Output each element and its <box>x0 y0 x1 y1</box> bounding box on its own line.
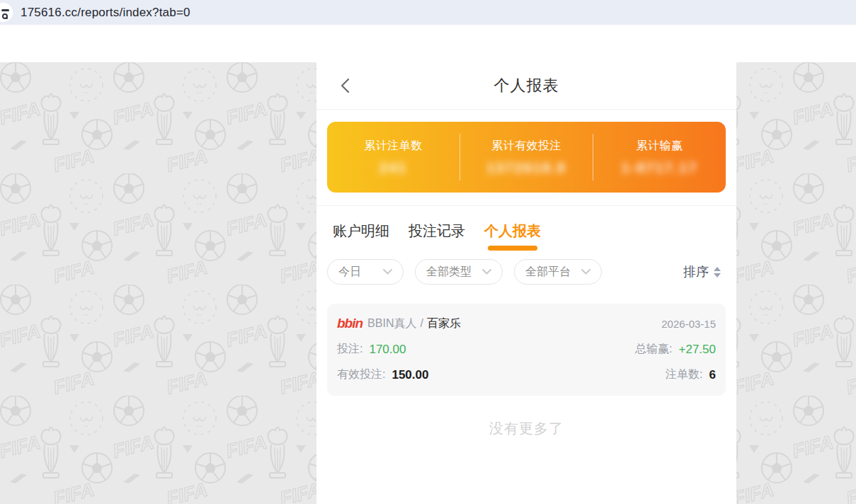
stat-win-loss: 累计输赢 1-8717.17 <box>593 122 726 193</box>
chevron-down-icon <box>383 269 392 275</box>
sort-label: 排序 <box>683 263 709 280</box>
game-name: 百家乐 <box>427 316 461 331</box>
stat-masked-value: 1372618.8 <box>486 160 566 176</box>
report-record-card[interactable]: bbin BBIN真人 / 百家乐 2026-03-15 投注: 170.00 … <box>327 304 726 396</box>
filter-date-dropdown[interactable]: 今日 <box>327 259 404 285</box>
url-text[interactable]: 175616.cc/reports/index?tab=0 <box>21 6 190 20</box>
sort-arrows-icon <box>714 267 721 277</box>
tab-personal-report[interactable]: 个人报表 <box>484 222 541 251</box>
bet-count-label: 注单数: <box>666 367 702 382</box>
filter-type-dropdown[interactable]: 全部类型 <box>415 259 503 285</box>
provider-name: BBIN真人 <box>367 316 416 331</box>
app-panel: 个人报表 累计注单数 241 累计有效投注 1372618.8 累计输赢 1-8… <box>316 62 736 504</box>
bet-label: 投注: <box>337 342 363 357</box>
tab-account-details[interactable]: 账户明细 <box>333 222 389 251</box>
record-bet-row: 投注: 170.00 总输赢: +27.50 <box>337 342 716 357</box>
active-tab-underline <box>488 246 537 251</box>
bbin-logo: bbin <box>337 316 363 331</box>
record-date: 2026-03-15 <box>661 318 716 330</box>
bet-count-value: 6 <box>709 368 716 382</box>
bet-value: 170.00 <box>369 343 406 357</box>
record-valid-bet-row: 有效投注: 150.00 注单数: 6 <box>337 367 716 382</box>
stat-label: 累计输赢 <box>637 139 683 154</box>
win-loss-label: 总输赢: <box>635 342 672 357</box>
stat-valid-bet-amount: 累计有效投注 1372618.8 <box>460 122 593 193</box>
page-title: 个人报表 <box>494 75 559 96</box>
back-button[interactable] <box>335 76 355 96</box>
cumulative-stats-card: 累计注单数 241 累计有效投注 1372618.8 累计输赢 1-8717.1… <box>327 122 726 193</box>
stat-masked-value: 1-8717.17 <box>621 160 697 176</box>
back-chevron-icon <box>340 78 350 93</box>
record-header-row: bbin BBIN真人 / 百家乐 2026-03-15 <box>337 316 716 331</box>
slash-separator: / <box>420 317 423 330</box>
app-header: 个人报表 <box>316 62 736 110</box>
filter-platform-dropdown[interactable]: 全部平台 <box>514 259 602 285</box>
filters-row: 今日 全部类型 全部平台 排序 <box>316 251 736 285</box>
stat-total-bets: 累计注单数 241 <box>327 122 460 193</box>
valid-bet-label: 有效投注: <box>337 367 385 382</box>
stat-label: 累计注单数 <box>364 139 423 154</box>
tab-bet-records[interactable]: 投注记录 <box>409 222 465 251</box>
page-background: FIFA FIFA 个人报表 累计注单数 241 <box>0 25 856 504</box>
valid-bet-value: 150.00 <box>392 368 428 382</box>
no-more-text: 没有更多了 <box>316 419 736 438</box>
stat-label: 累计有效投注 <box>491 139 561 154</box>
chevron-down-icon <box>581 269 590 275</box>
win-loss-value: +27.50 <box>679 343 716 357</box>
sort-control[interactable]: 排序 <box>683 263 721 280</box>
site-favicon-ball-icon <box>0 3 13 22</box>
tab-bar: 账户明细 投注记录 个人报表 <box>316 206 736 251</box>
chevron-down-icon <box>482 269 491 275</box>
browser-address-bar[interactable]: 175616.cc/reports/index?tab=0 <box>0 0 856 25</box>
stat-masked-value: 241 <box>380 160 407 176</box>
